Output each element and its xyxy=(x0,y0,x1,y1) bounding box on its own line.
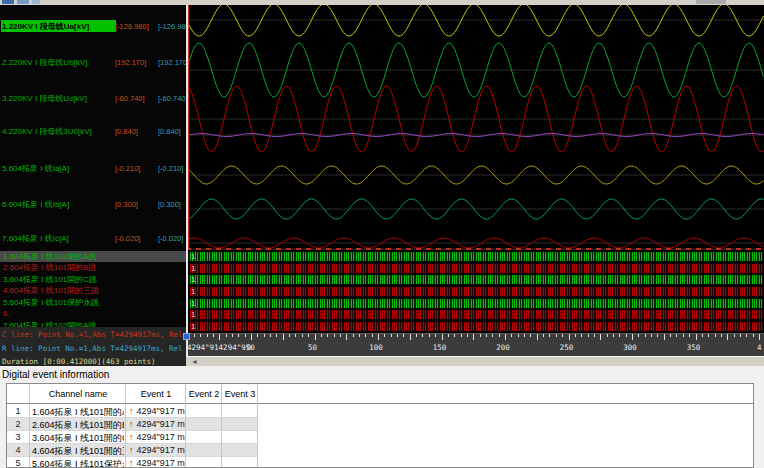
ruler-tick xyxy=(588,334,589,337)
channel-value-secondary: [-126.980] xyxy=(158,22,186,32)
channel-value-secondary: [-0.210] xyxy=(158,164,186,174)
ruler-tick xyxy=(486,334,487,337)
analog-channel-row[interactable]: 5.604拓泉 I 线Ia[A] [-0.210] [-0.210] xyxy=(0,163,186,175)
event-table-row[interactable]: 3 3.604拓泉 I 线101開的C跳 ↑4294"917 ms xyxy=(7,431,257,444)
ruler-tick-label: 300 xyxy=(623,343,637,352)
channel-value-secondary: [0.840] xyxy=(158,127,186,137)
rising-edge-icon: ↑ xyxy=(129,445,134,455)
analog-channel-row[interactable]: 3.220KV I 段母线Uc[kV] [-60.740] [-60.740] xyxy=(0,93,186,105)
ruler-tick xyxy=(403,334,404,337)
ruler-tick xyxy=(257,334,258,337)
digital-channel-row[interactable]: 4.604拓泉 I 线101開的三跳 xyxy=(0,285,186,296)
panel-divider[interactable] xyxy=(186,5,188,356)
ruler-tick xyxy=(759,334,760,340)
cursor-line[interactable] xyxy=(188,5,189,248)
table-gridline xyxy=(29,384,30,468)
ruler-cursor-label: 4294"914294"950 xyxy=(187,343,255,352)
row-number: 1 xyxy=(7,406,29,416)
ruler-tick xyxy=(683,334,684,337)
channel-label: 5.604拓泉 I 线Ia[A] xyxy=(2,163,114,174)
digital-channel-row[interactable]: 1.604拓泉 I 线101開的A跳 xyxy=(0,251,186,262)
ruler-tick xyxy=(461,334,462,337)
table-gridline xyxy=(185,384,186,468)
ruler-tick xyxy=(651,334,652,337)
cursor-handle[interactable] xyxy=(183,333,190,340)
toolbar-fragment-icon[interactable] xyxy=(2,0,14,4)
ruler-tick xyxy=(549,334,550,337)
row-event1: ↑4294"917 ms xyxy=(129,432,185,442)
ruler-tick-label: 200 xyxy=(496,343,510,352)
ruler-tick xyxy=(365,334,366,337)
toolbar-fragment-icon[interactable] xyxy=(32,0,40,4)
ruler-tick xyxy=(232,334,233,337)
channel-value-primary: [-0.210] xyxy=(115,164,157,174)
rising-edge-icon: ↑ xyxy=(129,406,134,416)
ruler-tick xyxy=(575,334,576,337)
fault-recorder-window: 1.220KV I 段母线Ua[kV] [-126.980] [-126.980… xyxy=(0,0,764,468)
channel-value-primary: [-60.740] xyxy=(115,94,157,104)
digital-bar: 1 xyxy=(190,264,763,273)
header-event2: Event 2 xyxy=(187,389,221,399)
digital-bar: 1 xyxy=(190,275,763,284)
digital-bar-state: 1 xyxy=(191,264,195,273)
ruler-tick xyxy=(207,334,208,337)
ruler-tick xyxy=(562,334,563,337)
ruler-tick xyxy=(537,334,538,340)
digital-bar-state: 1 xyxy=(191,252,195,261)
toolbar-fragment-icon[interactable] xyxy=(17,0,29,4)
ruler-tick xyxy=(454,334,455,337)
channel-value-secondary: [-60.740] xyxy=(158,94,186,104)
analog-channel-row[interactable]: 6.604拓泉 I 线Ib[A] [0.300] [0.300] xyxy=(0,199,186,211)
ruler-tick xyxy=(289,334,290,337)
ruler-tick xyxy=(359,334,360,337)
ruler-tick xyxy=(480,334,481,337)
ruler-tick xyxy=(416,334,417,337)
event-table: Channel name Event 1 Event 2 Event 3 1 1… xyxy=(6,383,754,468)
ruler-tick xyxy=(581,334,582,337)
ruler-tick xyxy=(397,334,398,337)
scroll-left-arrow-icon[interactable]: ◄ xyxy=(191,357,198,366)
ruler-tick xyxy=(626,334,627,337)
event1-time: 4294"917 ms xyxy=(137,432,186,442)
ruler-tick xyxy=(518,334,519,337)
digital-channel-row[interactable]: 6. xyxy=(0,308,186,319)
ruler-tick xyxy=(753,334,754,337)
waveform-viewer: 1.220KV I 段母线Ua[kV] [-126.980] [-126.980… xyxy=(0,5,764,366)
horizontal-scrollbar[interactable]: ◄ xyxy=(186,356,764,366)
channel-value-primary: [-0.020] xyxy=(115,234,157,244)
row-event1: ↑4294"917 ms xyxy=(129,419,185,429)
ruler-tick xyxy=(702,334,703,337)
ruler-tick-label: 250 xyxy=(560,343,574,352)
header-event1: Event 1 xyxy=(127,389,185,399)
time-ruler[interactable]: 4294"914294"9500501001502002503003504 xyxy=(186,333,764,356)
ruler-tick xyxy=(657,334,658,337)
ruler-tick xyxy=(372,334,373,337)
ruler-tick xyxy=(353,334,354,337)
ruler-tick xyxy=(664,334,665,340)
analog-channel-row[interactable]: 4.220KV I 段母线3U0[kV] [0.840] [0.840] xyxy=(0,126,186,138)
event-table-row[interactable]: 1 1.604拓泉 I 线101開的A跳 ↑4294"917 ms xyxy=(7,405,257,418)
event1-time: 4294"917 ms xyxy=(137,458,186,468)
waveform-canvas[interactable]: 1111111 4294"914294"95005010015020025030… xyxy=(186,5,764,366)
digital-channel-row[interactable]: 2.604拓泉 I 线101開的B跳 xyxy=(0,262,186,273)
channel-value-primary: [-126.980] xyxy=(115,22,157,32)
ruler-tick xyxy=(448,334,449,337)
digital-bar: 1 xyxy=(190,252,763,261)
digital-channel-row[interactable]: 3.604拓泉 I 线101開的C跳 xyxy=(0,274,186,285)
event-table-row[interactable]: 2 2.604拓泉 I 线101開的B跳 ↑4294"917 ms xyxy=(7,418,257,431)
analog-channel-row[interactable]: 1.220KV I 段母线Ua[kV] [-126.980] [-126.980… xyxy=(0,21,186,33)
table-gridline xyxy=(221,384,222,468)
digital-channel-row[interactable]: 5.604拓泉 I 线101保护永跳 xyxy=(0,297,186,308)
ruler-tick xyxy=(442,334,443,340)
event-table-row[interactable]: 5 5.604拓泉 I 线101保护永跳 ↑4294"917 ms xyxy=(7,457,257,468)
ruler-tick xyxy=(340,334,341,337)
digital-bar: 1 xyxy=(190,322,763,331)
ruler-tick xyxy=(334,334,335,337)
analog-channel-row[interactable]: 7.604拓泉 I 线Ic[A] [-0.020] [-0.020] xyxy=(0,233,186,245)
analog-channel-row[interactable]: 2.220KV I 段母线Ub[kV] [192.170] [192.170] xyxy=(0,57,186,69)
event-table-row[interactable]: 4 4.604拓泉 I 线101開的三跳 ↑4294"917 ms xyxy=(7,444,257,457)
ruler-tick xyxy=(734,334,735,337)
ruler-tick xyxy=(492,334,493,337)
ruler-tick xyxy=(264,334,265,337)
ruler-tick xyxy=(467,334,468,337)
